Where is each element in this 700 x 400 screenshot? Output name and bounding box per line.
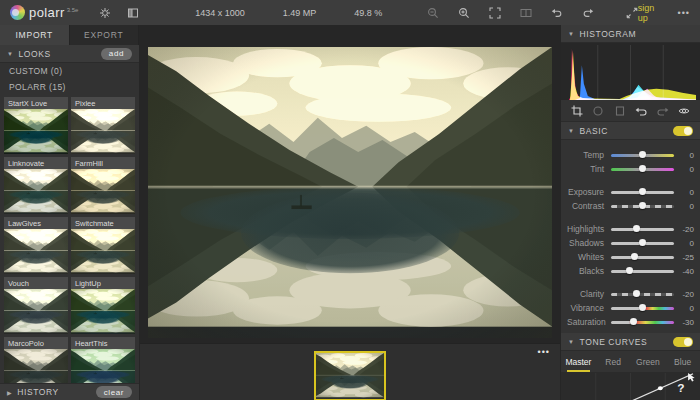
slider-row-temp: Temp 0: [567, 148, 694, 162]
redo-icon[interactable]: [657, 105, 669, 117]
slider-knob[interactable]: [639, 165, 646, 172]
left-sidebar: IMPORT EXPORT ▼ LOOKS add CUSTOM (0) POL…: [0, 25, 140, 400]
highlights-slider[interactable]: [611, 228, 674, 231]
redo-icon[interactable]: [581, 6, 595, 20]
curve-point[interactable]: [658, 386, 663, 390]
looks-group-custom[interactable]: CUSTOM (0): [0, 63, 139, 79]
tone-curve-channel-tabs: Master Red Green Blue: [561, 351, 700, 373]
tab-red[interactable]: Red: [596, 351, 631, 372]
slider-label: Exposure: [567, 187, 611, 197]
look-switchmate[interactable]: Switchmate: [71, 217, 135, 274]
tab-green[interactable]: Green: [631, 351, 666, 372]
look-label: LightUp: [71, 277, 135, 289]
slider-value: 0: [674, 151, 694, 160]
slider-knob[interactable]: [639, 188, 646, 195]
look-label: FarmHill: [71, 157, 135, 169]
filmstrip: •••: [140, 343, 560, 400]
look-label: HeartThis: [71, 337, 135, 349]
exposure-slider[interactable]: [611, 191, 674, 194]
slider-knob[interactable]: [639, 239, 646, 246]
slider-knob[interactable]: [631, 253, 638, 260]
zoom-out-icon[interactable]: [426, 6, 440, 20]
import-export-tabs: IMPORT EXPORT: [0, 25, 139, 45]
tab-blue[interactable]: Blue: [665, 351, 700, 372]
chevron-down-icon: ▼: [568, 128, 575, 134]
look-vouch[interactable]: Vouch: [4, 277, 68, 334]
slider-knob[interactable]: [633, 290, 640, 297]
tab-master[interactable]: Master: [561, 351, 596, 372]
right-sidebar: ▼ HISTOGRAM: [560, 25, 700, 400]
temp-slider[interactable]: [611, 154, 674, 157]
histogram-section-header[interactable]: ▼ HISTOGRAM: [561, 25, 700, 43]
tab-import[interactable]: IMPORT: [0, 25, 70, 45]
look-lightup[interactable]: LightUp: [71, 277, 135, 334]
fit-screen-icon[interactable]: [488, 6, 502, 20]
slider-value: -40: [674, 267, 694, 276]
vibrance-slider[interactable]: [611, 307, 674, 310]
image-megapixels: 1.49 MP: [283, 8, 317, 18]
slider-row-clarity: Clarity -20: [567, 287, 694, 301]
crop-icon[interactable]: [571, 105, 583, 117]
add-look-button[interactable]: add: [101, 48, 132, 60]
look-pixlee[interactable]: Pixlee: [71, 97, 135, 154]
panel-layout-icon[interactable]: [127, 6, 139, 20]
fullscreen-icon[interactable]: [625, 6, 637, 20]
slider-label: Vibrance: [567, 303, 611, 313]
image-dimensions: 1434 x 1000: [195, 8, 245, 18]
tone-curve-plot[interactable]: ?: [561, 373, 700, 400]
histogram-plot: [561, 43, 700, 100]
slider-knob[interactable]: [639, 304, 646, 311]
slider-value: 0: [674, 202, 694, 211]
chevron-down-icon: ▼: [7, 51, 14, 57]
saturation-slider[interactable]: [611, 321, 674, 324]
tone-curves-section-header[interactable]: ▼ TONE CURVES: [561, 333, 700, 351]
slider-knob[interactable]: [639, 202, 646, 209]
look-startx-love[interactable]: StartX Love: [4, 97, 68, 154]
whites-slider[interactable]: [611, 256, 674, 259]
slider-row-exposure: Exposure 0: [567, 185, 694, 199]
slider-knob[interactable]: [630, 318, 637, 325]
slider-row-shadows: Shadows 0: [567, 236, 694, 250]
view-toolbar: [426, 6, 595, 20]
undo-icon[interactable]: [635, 105, 647, 117]
basic-enable-toggle[interactable]: [673, 126, 693, 136]
slider-knob[interactable]: [639, 151, 646, 158]
filmstrip-thumbnail-selected[interactable]: [314, 351, 386, 400]
tone-curves-enable-toggle[interactable]: [673, 337, 693, 347]
looks-group-polarr[interactable]: POLARR (15): [0, 79, 139, 95]
tab-export[interactable]: EXPORT: [70, 25, 140, 45]
look-label: Vouch: [4, 277, 68, 289]
undo-icon[interactable]: [550, 6, 564, 20]
sign-up-link[interactable]: sign up: [638, 3, 664, 23]
slider-knob[interactable]: [633, 225, 640, 232]
look-linknovate[interactable]: Linknovate: [4, 157, 68, 214]
look-label: Pixlee: [71, 97, 135, 109]
slider-label: Shadows: [567, 238, 611, 248]
contrast-slider[interactable]: [611, 205, 674, 208]
settings-gear-icon[interactable]: [98, 6, 110, 20]
looks-title: LOOKS: [19, 49, 51, 59]
topbar-more-icon[interactable]: •••: [678, 8, 690, 18]
zoom-level: 49.8 %: [354, 8, 382, 18]
edited-photo[interactable]: [148, 47, 552, 338]
shadows-slider[interactable]: [611, 242, 674, 245]
zoom-in-icon[interactable]: [457, 6, 471, 20]
slider-value: -20: [674, 290, 694, 299]
show-original-eye-icon[interactable]: [678, 105, 690, 117]
basic-section-header[interactable]: ▼ BASIC: [561, 122, 700, 140]
clarity-slider[interactable]: [611, 293, 674, 296]
look-farmhill[interactable]: FarmHill: [71, 157, 135, 214]
slider-knob[interactable]: [626, 267, 633, 274]
filmstrip-more-icon[interactable]: •••: [538, 347, 550, 357]
rect-mask-icon[interactable]: [614, 105, 626, 117]
tint-slider[interactable]: [611, 168, 674, 171]
look-lawgives[interactable]: LawGives: [4, 217, 68, 274]
blacks-slider[interactable]: [611, 270, 674, 273]
slider-label: Tint: [567, 164, 611, 174]
history-section-header[interactable]: ▶ HISTORY clear: [0, 383, 139, 400]
compare-icon[interactable]: [519, 6, 533, 20]
clear-history-button[interactable]: clear: [96, 386, 132, 398]
slider-row-contrast: Contrast 0: [567, 199, 694, 213]
looks-section-header[interactable]: ▼ LOOKS add: [0, 45, 139, 63]
circle-mask-icon[interactable]: [592, 105, 604, 117]
